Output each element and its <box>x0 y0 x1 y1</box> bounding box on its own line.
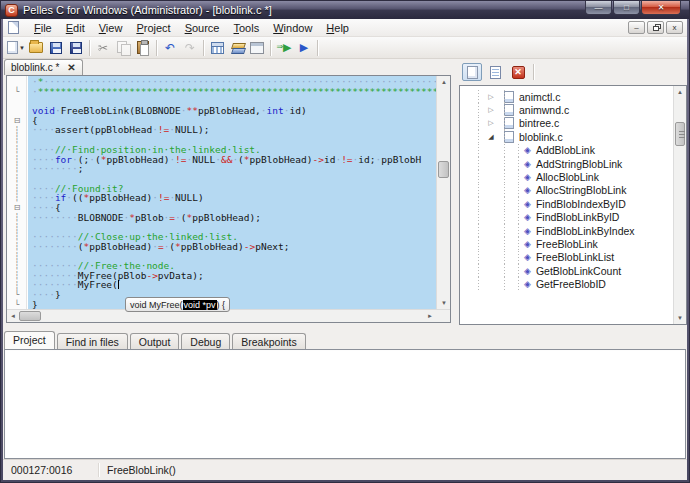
hscroll-thumb[interactable] <box>19 311 41 321</box>
fold-line-icon[interactable]: ┆ <box>11 232 23 241</box>
tab-find-in-files[interactable]: Find in files <box>57 333 128 349</box>
code-line: ········; <box>32 164 436 174</box>
new-file-button-dropdown-icon[interactable]: ▼ <box>19 45 25 51</box>
collapsed-icon[interactable]: ▷ <box>486 93 496 101</box>
fold-line-icon[interactable]: ┆ <box>11 184 23 193</box>
mdi-close-button[interactable]: x <box>666 21 683 34</box>
project-window-button[interactable] <box>247 39 267 57</box>
tree-function-item[interactable]: ◈AddStringBlobLink <box>460 157 673 170</box>
cut-button[interactable]: ✂ <box>93 39 113 57</box>
menu-edit[interactable]: Edit <box>59 20 92 36</box>
fold-line-icon[interactable]: ┆ <box>11 252 23 261</box>
copy-button[interactable] <box>113 39 133 57</box>
tab-output[interactable]: Output <box>130 333 180 349</box>
menu-file[interactable]: File <box>27 20 59 36</box>
save-all-button[interactable] <box>66 39 86 57</box>
menu-help[interactable]: Help <box>319 20 356 36</box>
fold-line-icon[interactable]: ┆ <box>11 193 23 202</box>
save-button[interactable] <box>46 39 66 57</box>
new-file-button[interactable]: ▼ <box>6 39 26 57</box>
menu-project[interactable]: Project <box>129 20 177 36</box>
expanded-icon[interactable]: ◢ <box>486 133 496 141</box>
tree-function-item[interactable]: ◈AddBlobLink <box>460 144 673 157</box>
scroll-up-icon[interactable]: ▲ <box>441 79 447 85</box>
close-button[interactable]: ✕ <box>641 1 681 15</box>
tree-function-item[interactable]: ◈FreeBlobLink <box>460 237 673 250</box>
tree-function-item[interactable]: ◈AllocBlobLink <box>460 170 673 183</box>
collapsed-icon[interactable]: ▷ <box>486 106 496 114</box>
document-system-icon[interactable] <box>8 21 19 34</box>
scroll-left-icon[interactable]: ◄ <box>10 313 16 319</box>
redo-button[interactable]: ↷ <box>180 39 200 57</box>
symbols-button[interactable] <box>485 63 505 81</box>
tree-vertical-scrollbar[interactable]: ▲ ▼ <box>673 86 686 324</box>
open-button[interactable] <box>26 39 46 57</box>
tree-file-item[interactable]: ▷animwnd.c <box>460 103 673 116</box>
mdi-minimize-button[interactable]: – <box>628 21 645 34</box>
fold-line-icon[interactable]: ┆ <box>11 126 23 135</box>
fold-end-icon[interactable]: └ <box>11 87 23 96</box>
remove-file-button[interactable]: ✕ <box>508 63 528 81</box>
compile-button[interactable] <box>227 39 247 57</box>
editor-vertical-scrollbar[interactable]: ▲ ▼ <box>436 76 450 309</box>
fold-end-icon[interactable]: └ <box>11 300 23 309</box>
fold-line-icon[interactable]: ┆ <box>11 271 23 280</box>
fold-box-icon[interactable]: ⊟ <box>11 203 23 212</box>
menu-view[interactable]: View <box>92 20 130 36</box>
fold-line-icon[interactable]: ┆ <box>11 281 23 290</box>
fold-line-icon[interactable]: ┆ <box>11 242 23 251</box>
fold-line-icon[interactable]: ┆ <box>11 164 23 173</box>
menu-tools[interactable]: Tools <box>227 20 267 36</box>
menu-window[interactable]: Window <box>266 20 319 36</box>
tree-function-item[interactable]: ◈FindBlobLinkByIndex <box>460 224 673 237</box>
project-tree[interactable]: ▷animctl.c▷animwnd.c▷bintree.c◢bloblink.… <box>459 85 687 325</box>
scroll-right-icon[interactable]: ► <box>427 313 433 319</box>
tree-file-item[interactable]: ▷animctl.c <box>460 90 673 103</box>
undo-button[interactable]: ↶ <box>160 39 180 57</box>
fold-line-icon[interactable]: ┆ <box>11 135 23 144</box>
fold-line-icon[interactable]: ┆ <box>11 213 23 222</box>
title-bar[interactable]: C Pelles C for Windows (Administrator) -… <box>1 1 689 19</box>
tree-file-item[interactable]: ◢bloblink.c <box>460 130 673 143</box>
fold-box-icon[interactable]: ⊟ <box>11 116 23 125</box>
menu-source[interactable]: Source <box>178 20 227 36</box>
tree-scroll-thumb[interactable] <box>675 122 685 146</box>
tree-function-item[interactable]: ◈GetBlobLinkCount <box>460 264 673 277</box>
tab-breakpoints[interactable]: Breakpoints <box>232 333 305 349</box>
scroll-down-icon[interactable]: ▼ <box>677 315 683 321</box>
tab-bloblink[interactable]: bloblink.c * ✕ <box>4 59 83 75</box>
tab-close-icon[interactable]: ✕ <box>67 62 75 75</box>
code-editor[interactable]: └⊟┆┆┆┆┆┆┆┆⊟┆┆┆┆┆┆┆┆└└ ·*················… <box>6 75 451 323</box>
scroll-down-icon[interactable]: ▼ <box>441 300 447 306</box>
tab-debug[interactable]: Debug <box>181 333 230 349</box>
source-files-button[interactable] <box>462 63 482 81</box>
maximize-button[interactable]: □ <box>613 1 640 15</box>
code-area[interactable]: ·*······································… <box>28 76 436 309</box>
fold-line-icon[interactable]: ┆ <box>11 261 23 270</box>
fold-line-icon[interactable]: ┆ <box>11 145 23 154</box>
tree-function-item[interactable]: ◈AllocStringBlobLink <box>460 184 673 197</box>
execute-button[interactable]: ▶ <box>274 39 294 57</box>
tree-item-label: FindBlobLinkByID <box>536 211 619 223</box>
mdi-restore-button[interactable] <box>647 21 664 34</box>
fold-margin[interactable]: └⊟┆┆┆┆┆┆┆┆⊟┆┆┆┆┆┆┆┆└└ <box>7 76 27 309</box>
tab-project[interactable]: Project <box>4 331 55 349</box>
tree-file-item[interactable]: ▷bintree.c <box>460 117 673 130</box>
fold-line-icon[interactable]: ┆ <box>11 223 23 232</box>
scroll-up-icon[interactable]: ▲ <box>677 89 683 95</box>
fold-end-icon[interactable]: └ <box>11 290 23 299</box>
fold-line-icon[interactable]: ┆ <box>11 155 23 164</box>
tree-function-item[interactable]: ◈FindBlobLinkByID <box>460 211 673 224</box>
build-button[interactable] <box>207 39 227 57</box>
debug-button[interactable]: ▶ <box>294 39 314 57</box>
code-line: void·FreeBlobLink(BLOBNODE·**ppBlobHead,… <box>32 106 436 116</box>
fold-line-icon[interactable]: ┆ <box>11 174 23 183</box>
project-output-panel[interactable] <box>4 349 686 459</box>
minimize-button[interactable]: — <box>585 1 612 15</box>
vscroll-thumb[interactable] <box>438 161 449 178</box>
collapsed-icon[interactable]: ▷ <box>486 119 496 127</box>
tree-function-item[interactable]: ◈GetFreeBlobID <box>460 277 673 290</box>
tree-function-item[interactable]: ◈FindBlobIndexByID <box>460 197 673 210</box>
tree-function-item[interactable]: ◈FreeBlobLinkList <box>460 251 673 264</box>
paste-button[interactable] <box>133 39 153 57</box>
